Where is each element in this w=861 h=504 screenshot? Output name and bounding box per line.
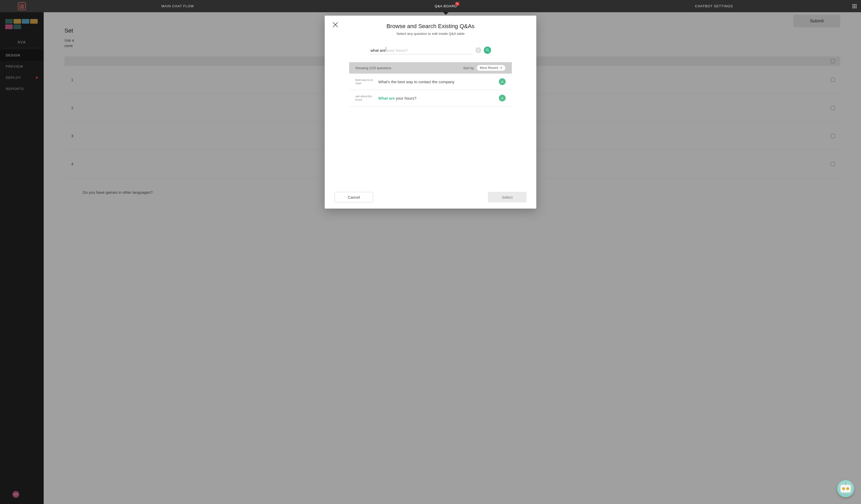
results-header: Showing 2/15 questions Sort by Most Rece… <box>349 62 512 73</box>
result-slug: ask-about-biz-hours <box>355 95 373 101</box>
tab-qa-board[interactable]: Q&A BOARD 5 <box>312 0 580 12</box>
close-icon <box>332 21 339 28</box>
top-tabs: MAIN CHAT FLOW Q&A BOARD 5 CHATBOT SETTI… <box>44 0 848 12</box>
juji-logo-icon <box>17 2 27 11</box>
cancel-label: Cancel <box>348 195 360 200</box>
tab-label: CHATBOT SETTINGS <box>695 4 733 8</box>
cancel-button[interactable]: Cancel <box>334 192 373 202</box>
tab-main-chat-flow[interactable]: MAIN CHAT FLOW <box>44 0 312 12</box>
search-results: Showing 2/15 questions Sort by Most Rece… <box>349 62 512 189</box>
browse-qas-modal: Browse and Search Existing Q&As Select a… <box>325 16 536 208</box>
top-bar: MAIN CHAT FLOW Q&A BOARD 5 CHATBOT SETTI… <box>0 0 861 12</box>
svg-point-4 <box>852 6 853 7</box>
bot-icon <box>840 485 851 493</box>
x-icon <box>477 49 480 52</box>
modal-subtitle: Select any question to edit inside Q&A t… <box>333 32 528 36</box>
chevron-down-icon <box>500 67 502 69</box>
logo[interactable] <box>0 0 44 12</box>
chat-launcher-button[interactable] <box>837 480 854 497</box>
close-button[interactable] <box>332 21 339 29</box>
result-slug: best-way-to-contact <box>355 78 373 85</box>
sort-select[interactable]: Most Recent <box>477 65 506 71</box>
result-text: What are your hours? <box>378 96 494 100</box>
tab-label: MAIN CHAT FLOW <box>162 4 194 8</box>
search-input[interactable]: what are your hours? <box>370 46 473 54</box>
svg-point-10 <box>486 49 488 51</box>
tab-label: Q&A BOARD <box>435 4 457 8</box>
qa-count-badge: 5 <box>455 2 460 6</box>
sort-by-label: Sort by <box>463 66 474 70</box>
svg-point-1 <box>852 4 853 5</box>
svg-rect-0 <box>18 2 26 10</box>
search-icon <box>486 48 490 52</box>
sort-value: Most Recent <box>480 66 498 70</box>
svg-point-3 <box>856 4 857 5</box>
search-row: what are your hours? <box>370 46 491 54</box>
answered-badge: A <box>499 78 506 85</box>
results-count: Showing 2/15 questions <box>355 66 391 70</box>
svg-point-5 <box>854 6 855 7</box>
sort-area: Sort by Most Recent <box>463 65 506 71</box>
result-text: What's the best way to contact the compa… <box>378 80 494 84</box>
apps-grid-icon[interactable] <box>848 0 861 12</box>
select-button[interactable]: Select <box>488 192 527 202</box>
select-label: Select <box>502 195 512 200</box>
search-ghost-completion: your hours? <box>387 48 408 53</box>
search-typed-text: what are <box>370 48 385 53</box>
clear-search-button[interactable] <box>476 47 481 53</box>
svg-point-2 <box>854 4 855 5</box>
svg-point-8 <box>854 7 855 8</box>
answered-badge: A <box>499 95 506 101</box>
tab-chatbot-settings[interactable]: CHATBOT SETTINGS <box>580 0 848 12</box>
svg-point-9 <box>856 7 857 8</box>
modal-footer: Cancel Select <box>333 192 528 202</box>
search-submit-button[interactable] <box>484 46 491 54</box>
svg-point-7 <box>852 7 853 8</box>
result-row[interactable]: ask-about-biz-hours What are your hours?… <box>349 90 512 106</box>
text-cursor-icon <box>386 47 386 52</box>
modal-title: Browse and Search Existing Q&As <box>333 23 528 30</box>
result-row[interactable]: best-way-to-contact What's the best way … <box>349 73 512 90</box>
svg-point-6 <box>856 6 857 7</box>
